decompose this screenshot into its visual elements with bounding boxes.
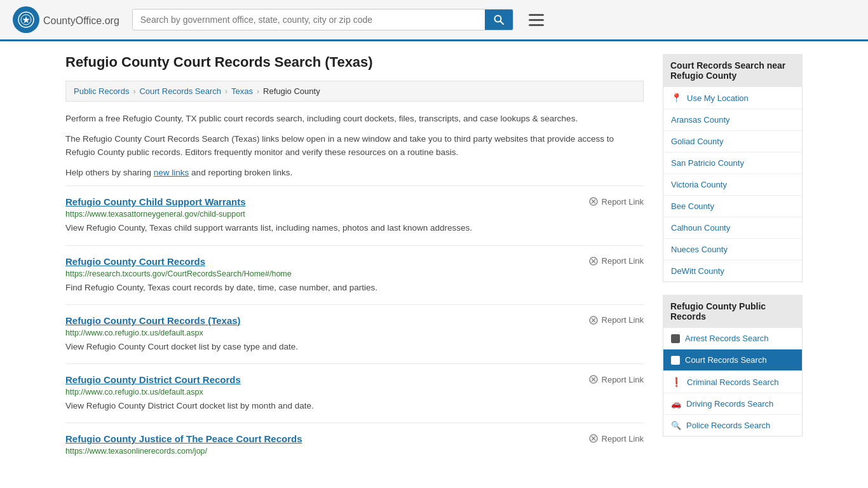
sidebar-nearby-item-6: Calhoun County [663, 217, 802, 239]
result-title-0[interactable]: Refugio County Child Support Warrants [65, 196, 246, 207]
hamburger-menu-button[interactable] [526, 11, 546, 29]
result-url-1[interactable]: https://research.txcourts.gov/CourtRecor… [65, 269, 644, 278]
logo-link[interactable]: ★ CountyOffice.org [13, 6, 119, 33]
sidebar-nearby-label-0: Use My Location [687, 93, 749, 103]
result-item: Refugio County Court Records Report Link… [65, 245, 644, 304]
report-icon-2 [588, 315, 599, 325]
breadcrumb: Public Records › Court Records Search › … [65, 81, 644, 102]
sidebar-nearby-item-3: San Patricio County [663, 152, 802, 174]
breadcrumb-current: Refugio County [263, 86, 320, 96]
sidebar-nearby-link-7[interactable]: Nueces County [663, 239, 802, 260]
sidebar-nearby-item-5: Bee County [663, 196, 802, 217]
result-title-3[interactable]: Refugio County District Court Records [65, 374, 241, 385]
breadcrumb-sep-2: › [225, 87, 227, 96]
criminal-icon: ❗ [671, 377, 682, 387]
sidebar-pr-link-1[interactable]: Court Records Search [663, 349, 802, 370]
sidebar-nearby-link-3[interactable]: San Patricio County [663, 152, 802, 173]
breadcrumb-public-records[interactable]: Public Records [74, 86, 129, 96]
result-url-4[interactable]: https://www.texasonlinerecords.com/jop/ [65, 447, 644, 456]
public-records-list: Arrest Records SearchCourt Records Searc… [663, 328, 803, 437]
driving-icon: 🚗 [671, 399, 681, 409]
sidebar-nearby-link-1[interactable]: Aransas County [663, 109, 802, 130]
new-links-link[interactable]: new links [154, 168, 189, 177]
breadcrumb-texas[interactable]: Texas [231, 86, 253, 96]
report-label-3: Report Link [602, 375, 644, 384]
sidebar-pr-label-3: Driving Records Search [686, 399, 773, 409]
sidebar-pr-link-0[interactable]: Arrest Records Search [663, 328, 802, 349]
result-title-2[interactable]: Refugio County Court Records (Texas) [65, 315, 241, 326]
report-label-1: Report Link [602, 256, 644, 266]
menu-line-1 [529, 14, 544, 16]
sidebar-nearby-link-4[interactable]: Victoria County [663, 174, 802, 195]
sidebar-nearby-label-8: DeWitt County [671, 266, 724, 276]
search-button[interactable] [485, 10, 513, 30]
search-bar [132, 9, 513, 30]
sidebar-nearby-label-2: Goliad County [671, 137, 723, 146]
menu-line-2 [529, 19, 544, 21]
result-url-2[interactable]: http://www.co.refugio.tx.us/default.aspx [65, 329, 644, 337]
location-icon: 📍 [671, 93, 682, 103]
main-content: Refugio County Court Records Search (Tex… [65, 54, 644, 469]
sidebar-pr-link-2[interactable]: ❗Criminal Records Search [663, 371, 802, 393]
sidebar-pr-item-3: 🚗Driving Records Search [663, 393, 802, 415]
report-link-2[interactable]: Report Link [588, 315, 644, 325]
sidebar-nearby-item-8: DeWitt County [663, 261, 802, 281]
report-label-2: Report Link [602, 315, 644, 325]
site-header: ★ CountyOffice.org [0, 0, 868, 41]
result-url-0[interactable]: https://www.texasattorneygeneral.gov/chi… [65, 210, 644, 219]
sidebar-nearby-link-5[interactable]: Bee County [663, 196, 802, 217]
result-item: Refugio County Child Support Warrants Re… [65, 186, 644, 245]
sidebar-public-records-section: Refugio County Public Records Arrest Rec… [663, 295, 803, 437]
sidebar-nearby-item-1: Aransas County [663, 109, 802, 131]
description-3: Help others by sharing new links and rep… [65, 166, 644, 180]
sidebar-pr-link-3[interactable]: 🚗Driving Records Search [663, 393, 802, 414]
sidebar-pr-label-4: Police Records Search [686, 421, 770, 430]
police-icon: 🔍 [671, 421, 681, 430]
menu-line-3 [529, 24, 544, 26]
breadcrumb-sep-1: › [133, 87, 135, 96]
sidebar-nearby-link-8[interactable]: DeWitt County [663, 261, 802, 281]
sidebar-nearby-link-0[interactable]: 📍Use My Location [663, 87, 802, 109]
report-link-3[interactable]: Report Link [588, 374, 644, 384]
sidebar-nearby-label-7: Nueces County [671, 245, 728, 254]
results-list: Refugio County Child Support Warrants Re… [65, 186, 644, 469]
sidebar-pr-label-0: Arrest Records Search [685, 334, 769, 343]
sidebar: Court Records Search near Refugio County… [663, 54, 803, 469]
report-icon-3 [588, 374, 599, 384]
nearby-list: 📍Use My LocationAransas CountyGoliad Cou… [663, 87, 803, 282]
logo-text: CountyOffice.org [43, 13, 119, 27]
breadcrumb-court-records-search[interactable]: Court Records Search [139, 86, 221, 96]
report-icon-0 [588, 196, 599, 207]
sidebar-pr-link-4[interactable]: 🔍Police Records Search [663, 415, 802, 436]
svg-line-4 [500, 22, 503, 25]
sidebar-nearby-item-0: 📍Use My Location [663, 87, 802, 109]
sidebar-nearby-link-6[interactable]: Calhoun County [663, 217, 802, 238]
report-link-1[interactable]: Report Link [588, 256, 644, 266]
result-url-3[interactable]: http://www.co.refugio.tx.us/default.aspx [65, 388, 644, 396]
result-item: Refugio County Court Records (Texas) Rep… [65, 304, 644, 363]
result-desc-0: View Refugio County, Texas child support… [65, 222, 644, 234]
report-link-0[interactable]: Report Link [588, 196, 644, 207]
result-item: Refugio County District Court Records Re… [65, 363, 644, 423]
sidebar-pr-item-1: Court Records Search [663, 349, 802, 371]
result-desc-1: Find Refugio County, Texas court records… [65, 281, 644, 294]
result-header-1: Refugio County Court Records Report Link [65, 256, 644, 267]
result-title-1[interactable]: Refugio County Court Records [65, 256, 205, 267]
report-icon-4 [588, 433, 599, 444]
sidebar-nearby-label-6: Calhoun County [671, 223, 730, 233]
sidebar-nearby-link-2[interactable]: Goliad County [663, 131, 802, 152]
report-link-4[interactable]: Report Link [588, 433, 644, 444]
search-input[interactable] [133, 10, 485, 30]
page-title: Refugio County Court Records Search (Tex… [65, 54, 644, 71]
main-container: Refugio County Court Records Search (Tex… [53, 41, 815, 482]
sidebar-pr-label-2: Criminal Records Search [687, 377, 779, 387]
sidebar-nearby-label-5: Bee County [671, 201, 714, 211]
result-header-3: Refugio County District Court Records Re… [65, 374, 644, 385]
sidebar-pr-item-4: 🔍Police Records Search [663, 415, 802, 436]
result-header-0: Refugio County Child Support Warrants Re… [65, 196, 644, 207]
result-title-4[interactable]: Refugio County Justice of The Peace Cour… [65, 433, 302, 444]
sidebar-nearby-label-1: Aransas County [671, 115, 730, 125]
report-label-4: Report Link [602, 434, 644, 444]
report-icon-1 [588, 256, 599, 266]
report-label-0: Report Link [602, 197, 644, 207]
